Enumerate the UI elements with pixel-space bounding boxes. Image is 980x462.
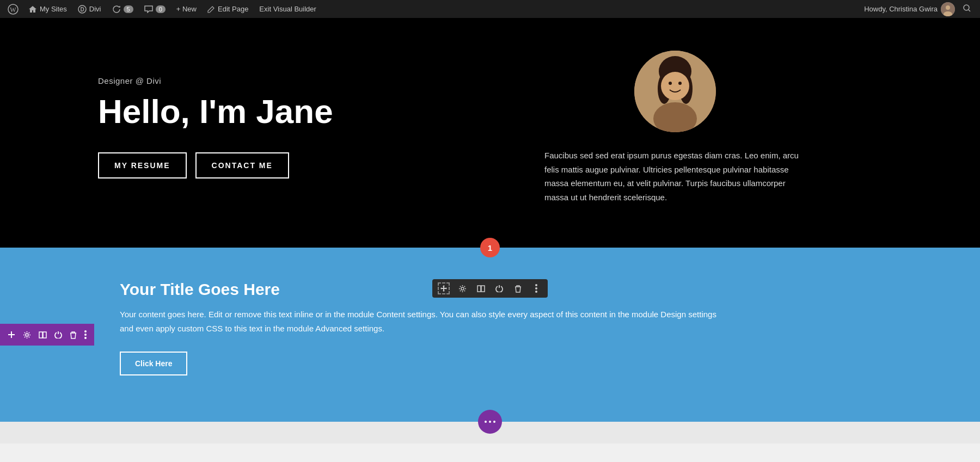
resume-button[interactable]: MY RESUME <box>98 152 187 178</box>
section-content: Your content goes here. Edit or remove t… <box>120 307 719 335</box>
divi-label: Divi <box>89 5 101 13</box>
updates-menu[interactable]: 5 <box>108 0 138 18</box>
svg-rect-19 <box>43 332 46 338</box>
trash-module-btn[interactable] <box>512 282 524 294</box>
svg-point-29 <box>485 421 487 423</box>
admin-bar-right: Howdy, Christina Gwira <box>864 2 976 16</box>
floating-toolbar <box>432 279 548 298</box>
my-sites-label: My Sites <box>40 5 67 13</box>
contact-button[interactable]: CONTACT ME <box>195 152 289 178</box>
divi-menu[interactable]: D Divi <box>74 0 106 18</box>
hero-left: Designer @ Divi Hello, I'm Jane MY RESUM… <box>98 76 425 178</box>
power-section-btn[interactable] <box>54 331 62 338</box>
hero-description: Faucibus sed sed erat ipsum purus egesta… <box>544 149 806 204</box>
avatar[interactable] <box>941 2 955 16</box>
left-section-controls <box>0 324 94 346</box>
comments-menu[interactable]: 0 <box>140 0 170 18</box>
wordpress-logo[interactable]: W <box>4 0 22 18</box>
admin-bar-left: W My Sites D Divi 5 <box>4 0 864 18</box>
new-label: + New <box>176 5 197 13</box>
more-section-btn[interactable] <box>84 330 87 339</box>
blue-section-wrapper: 1 <box>0 248 980 422</box>
svg-point-17 <box>26 334 28 336</box>
comment-count: 0 <box>156 5 166 13</box>
svg-point-27 <box>535 287 537 289</box>
edit-page-btn[interactable]: Edit Page <box>203 0 253 18</box>
svg-rect-25 <box>481 286 485 292</box>
profile-avatar <box>634 51 716 132</box>
svg-point-20 <box>84 330 87 332</box>
exit-builder-label: Exit Visual Builder <box>259 5 316 13</box>
svg-text:W: W <box>10 5 16 13</box>
svg-point-30 <box>489 421 491 423</box>
click-here-button[interactable]: Click Here <box>120 352 187 375</box>
svg-point-31 <box>493 421 495 423</box>
svg-point-22 <box>84 337 87 339</box>
svg-point-14 <box>661 72 689 100</box>
svg-text:D: D <box>80 7 84 13</box>
settings-module-btn[interactable] <box>456 282 468 294</box>
svg-point-5 <box>946 5 950 10</box>
exit-builder-btn[interactable]: Exit Visual Builder <box>255 0 321 18</box>
more-module-btn[interactable] <box>530 282 542 294</box>
settings-section-btn[interactable] <box>23 331 31 339</box>
comment-icon <box>144 5 153 13</box>
svg-point-16 <box>678 82 682 85</box>
hero-title: Hello, I'm Jane <box>98 93 425 130</box>
add-section-btn[interactable] <box>8 331 15 338</box>
search-icon[interactable] <box>958 4 976 15</box>
divi-icon: D <box>78 5 87 14</box>
admin-bar: W My Sites D Divi 5 <box>0 0 980 18</box>
edit-page-label: Edit Page <box>218 5 248 13</box>
svg-point-15 <box>669 82 672 85</box>
hero-subtitle: Designer @ Divi <box>98 76 425 85</box>
new-menu[interactable]: + New <box>172 0 201 18</box>
svg-rect-24 <box>477 286 481 292</box>
svg-rect-18 <box>39 332 42 338</box>
section-number-badge: 1 <box>480 238 500 257</box>
svg-point-26 <box>535 284 537 286</box>
svg-point-23 <box>461 287 464 290</box>
add-row-circle[interactable] <box>478 410 502 434</box>
svg-point-7 <box>964 5 969 10</box>
power-module-btn[interactable] <box>493 282 505 294</box>
svg-point-21 <box>84 334 87 336</box>
section-number: 1 <box>488 243 492 252</box>
layout-module-btn[interactable] <box>475 282 487 294</box>
trash-section-btn[interactable] <box>70 331 77 339</box>
refresh-icon <box>112 5 121 14</box>
svg-point-28 <box>535 291 537 293</box>
blue-section: Your Title Goes Here Your content goes h… <box>0 248 980 422</box>
my-sites-menu[interactable]: My Sites <box>24 0 71 18</box>
pencil-icon <box>207 5 215 13</box>
home-icon <box>28 5 37 13</box>
hero-buttons: MY RESUME CONTACT ME <box>98 152 425 178</box>
howdy-text: Howdy, Christina Gwira <box>864 5 938 13</box>
update-count: 5 <box>124 5 133 13</box>
move-module-btn[interactable] <box>438 282 450 294</box>
hero-section: Designer @ Divi Hello, I'm Jane MY RESUM… <box>0 18 980 248</box>
layout-section-btn[interactable] <box>39 331 47 338</box>
hero-right: Faucibus sed sed erat ipsum purus egesta… <box>425 51 882 204</box>
